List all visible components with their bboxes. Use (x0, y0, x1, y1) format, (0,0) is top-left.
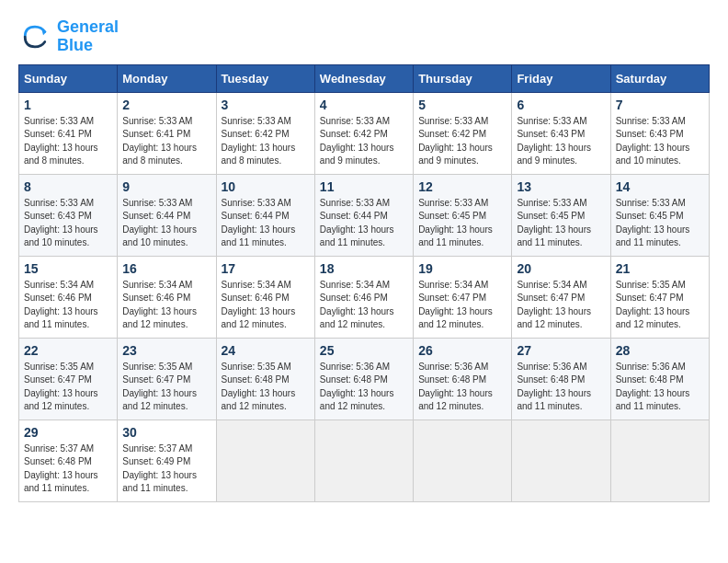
calendar-cell: 6 Sunrise: 5:33 AM Sunset: 6:43 PM Dayli… (512, 92, 610, 174)
day-info: Sunrise: 5:34 AM Sunset: 6:46 PM Dayligh… (122, 279, 210, 332)
day-number: 7 (616, 98, 704, 112)
sunrise-label: Sunrise: 5:34 AM (418, 280, 488, 290)
day-info: Sunrise: 5:33 AM Sunset: 6:42 PM Dayligh… (320, 115, 408, 168)
calendar-header-saturday: Saturday (610, 64, 709, 92)
day-number: 28 (616, 343, 704, 358)
day-number: 16 (122, 261, 210, 276)
day-number: 26 (418, 343, 506, 358)
daylight-label: Daylight: 13 hours and 11 minutes. (418, 224, 493, 248)
logo-text: General Blue (57, 18, 119, 55)
calendar-cell: 12 Sunrise: 5:33 AM Sunset: 6:45 PM Dayl… (414, 174, 512, 256)
sunrise-label: Sunrise: 5:33 AM (122, 198, 192, 208)
calendar-cell: 8 Sunrise: 5:33 AM Sunset: 6:43 PM Dayli… (19, 174, 118, 256)
day-info: Sunrise: 5:33 AM Sunset: 6:44 PM Dayligh… (122, 197, 210, 250)
sunset-label: Sunset: 6:43 PM (517, 129, 585, 139)
sunrise-label: Sunrise: 5:37 AM (122, 443, 192, 454)
sunrise-label: Sunrise: 5:33 AM (517, 116, 586, 126)
day-info: Sunrise: 5:33 AM Sunset: 6:42 PM Dayligh… (222, 115, 310, 168)
daylight-label: Daylight: 13 hours and 11 minutes. (616, 388, 690, 412)
calendar-cell: 19 Sunrise: 5:34 AM Sunset: 6:47 PM Dayl… (414, 256, 512, 338)
svg-rect-0 (18, 20, 51, 53)
sunset-label: Sunset: 6:46 PM (222, 293, 290, 303)
day-info: Sunrise: 5:33 AM Sunset: 6:45 PM Dayligh… (616, 197, 704, 250)
daylight-label: Daylight: 13 hours and 8 minutes. (122, 143, 197, 167)
daylight-label: Daylight: 13 hours and 12 minutes. (320, 388, 394, 412)
day-info: Sunrise: 5:35 AM Sunset: 6:47 PM Dayligh… (24, 361, 112, 414)
calendar-week-4: 22 Sunrise: 5:35 AM Sunset: 6:47 PM Dayl… (19, 338, 710, 419)
day-number: 10 (222, 179, 310, 194)
sunrise-label: Sunrise: 5:35 AM (222, 362, 291, 372)
day-info: Sunrise: 5:37 AM Sunset: 6:49 PM Dayligh… (122, 442, 210, 496)
calendar-week-3: 15 Sunrise: 5:34 AM Sunset: 6:46 PM Dayl… (19, 256, 710, 338)
calendar-cell: 28 Sunrise: 5:36 AM Sunset: 6:48 PM Dayl… (610, 338, 709, 419)
day-info: Sunrise: 5:36 AM Sunset: 6:48 PM Dayligh… (517, 361, 605, 414)
daylight-label: Daylight: 13 hours and 11 minutes. (616, 224, 690, 248)
day-info: Sunrise: 5:33 AM Sunset: 6:41 PM Dayligh… (24, 115, 112, 168)
sunset-label: Sunset: 6:47 PM (418, 293, 486, 303)
sunset-label: Sunset: 6:45 PM (418, 211, 486, 221)
day-info: Sunrise: 5:34 AM Sunset: 6:46 PM Dayligh… (24, 279, 112, 332)
day-number: 29 (24, 425, 112, 440)
day-number: 8 (24, 179, 112, 194)
calendar-cell: 16 Sunrise: 5:34 AM Sunset: 6:46 PM Dayl… (118, 256, 216, 338)
day-info: Sunrise: 5:34 AM Sunset: 6:46 PM Dayligh… (222, 279, 310, 332)
sunset-label: Sunset: 6:42 PM (418, 129, 486, 139)
day-info: Sunrise: 5:33 AM Sunset: 6:41 PM Dayligh… (122, 115, 210, 168)
day-number: 13 (517, 179, 605, 194)
sunrise-label: Sunrise: 5:33 AM (418, 198, 488, 208)
sunset-label: Sunset: 6:47 PM (24, 374, 92, 385)
day-info: Sunrise: 5:33 AM Sunset: 6:43 PM Dayligh… (517, 115, 605, 168)
daylight-label: Daylight: 13 hours and 12 minutes. (222, 306, 296, 330)
sunrise-label: Sunrise: 5:33 AM (517, 198, 586, 208)
daylight-label: Daylight: 13 hours and 11 minutes. (517, 388, 591, 412)
calendar-cell: 22 Sunrise: 5:35 AM Sunset: 6:47 PM Dayl… (19, 338, 118, 419)
daylight-label: Daylight: 13 hours and 9 minutes. (517, 143, 591, 167)
sunset-label: Sunset: 6:44 PM (222, 211, 290, 221)
sunrise-label: Sunrise: 5:33 AM (222, 116, 291, 126)
day-info: Sunrise: 5:34 AM Sunset: 6:47 PM Dayligh… (418, 279, 506, 332)
daylight-label: Daylight: 13 hours and 12 minutes. (616, 306, 690, 330)
calendar-cell: 26 Sunrise: 5:36 AM Sunset: 6:48 PM Dayl… (414, 338, 512, 419)
sunset-label: Sunset: 6:41 PM (122, 129, 190, 139)
sunrise-label: Sunrise: 5:36 AM (418, 362, 488, 372)
calendar-header-wednesday: Wednesday (314, 64, 413, 92)
calendar-cell: 4 Sunrise: 5:33 AM Sunset: 6:42 PM Dayli… (314, 92, 413, 174)
daylight-label: Daylight: 13 hours and 11 minutes. (122, 470, 197, 494)
day-number: 19 (418, 261, 506, 276)
sunrise-label: Sunrise: 5:33 AM (24, 116, 94, 126)
sunset-label: Sunset: 6:47 PM (122, 374, 190, 385)
sunset-label: Sunset: 6:42 PM (320, 129, 388, 139)
calendar-cell (216, 419, 314, 501)
calendar-cell: 25 Sunrise: 5:36 AM Sunset: 6:48 PM Dayl… (314, 338, 413, 419)
calendar-header-row: SundayMondayTuesdayWednesdayThursdayFrid… (19, 64, 710, 92)
sunset-label: Sunset: 6:44 PM (122, 211, 190, 221)
logo-icon (18, 20, 51, 53)
day-info: Sunrise: 5:37 AM Sunset: 6:48 PM Dayligh… (24, 442, 112, 496)
calendar-cell: 21 Sunrise: 5:35 AM Sunset: 6:47 PM Dayl… (610, 256, 709, 338)
daylight-label: Daylight: 13 hours and 11 minutes. (24, 470, 98, 494)
calendar-week-2: 8 Sunrise: 5:33 AM Sunset: 6:43 PM Dayli… (19, 174, 710, 256)
sunrise-label: Sunrise: 5:34 AM (320, 280, 390, 290)
daylight-label: Daylight: 13 hours and 12 minutes. (320, 306, 394, 330)
sunrise-label: Sunrise: 5:35 AM (122, 362, 192, 372)
sunset-label: Sunset: 6:45 PM (517, 211, 585, 221)
daylight-label: Daylight: 13 hours and 11 minutes. (24, 306, 98, 330)
daylight-label: Daylight: 13 hours and 12 minutes. (418, 388, 493, 412)
calendar-header-sunday: Sunday (19, 64, 118, 92)
day-number: 6 (517, 98, 605, 112)
day-info: Sunrise: 5:34 AM Sunset: 6:46 PM Dayligh… (320, 279, 408, 332)
calendar-cell: 13 Sunrise: 5:33 AM Sunset: 6:45 PM Dayl… (512, 174, 610, 256)
daylight-label: Daylight: 13 hours and 10 minutes. (616, 143, 690, 167)
day-info: Sunrise: 5:36 AM Sunset: 6:48 PM Dayligh… (616, 361, 704, 414)
sunrise-label: Sunrise: 5:37 AM (24, 443, 94, 454)
sunrise-label: Sunrise: 5:33 AM (122, 116, 192, 126)
calendar-cell: 5 Sunrise: 5:33 AM Sunset: 6:42 PM Dayli… (414, 92, 512, 174)
day-info: Sunrise: 5:33 AM Sunset: 6:45 PM Dayligh… (517, 197, 605, 250)
daylight-label: Daylight: 13 hours and 9 minutes. (320, 143, 394, 167)
sunset-label: Sunset: 6:48 PM (24, 456, 92, 466)
day-number: 14 (616, 179, 704, 194)
sunset-label: Sunset: 6:43 PM (24, 211, 92, 221)
day-number: 1 (24, 98, 112, 112)
calendar-cell: 14 Sunrise: 5:33 AM Sunset: 6:45 PM Dayl… (610, 174, 709, 256)
day-number: 22 (24, 343, 112, 358)
